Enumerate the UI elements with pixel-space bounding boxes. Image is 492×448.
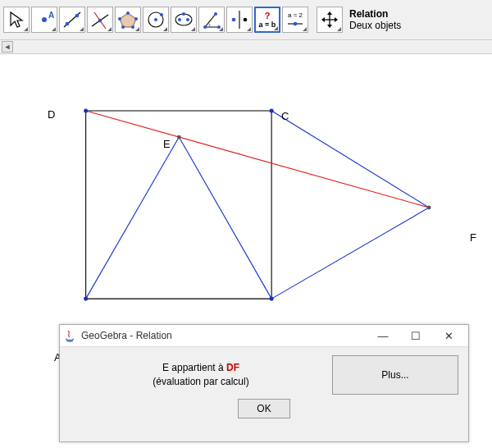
svg-point-7 [98, 19, 102, 23]
svg-point-21 [203, 25, 207, 29]
svg-point-20 [182, 12, 185, 16]
svg-marker-8 [120, 13, 136, 27]
svg-point-25 [232, 18, 236, 22]
java-icon [63, 329, 76, 342]
toolbar: A ?a = b a = 2 [0, 0, 492, 40]
svg-point-26 [244, 18, 248, 22]
point-E[interactable] [177, 135, 181, 139]
tool-perpendicular[interactable] [87, 7, 113, 33]
point-C[interactable] [270, 109, 274, 113]
point-D[interactable] [84, 109, 88, 113]
svg-point-0 [42, 17, 47, 22]
svg-point-3 [66, 22, 70, 26]
tool-move-view[interactable] [317, 7, 343, 33]
svg-point-4 [75, 14, 80, 18]
geometry-canvas[interactable]: ABCDEF [0, 54, 492, 317]
point-label-D: D [48, 108, 55, 121]
tool-angle[interactable] [198, 7, 225, 33]
svg-point-13 [118, 17, 121, 21]
tool-relation[interactable]: ?a = b [254, 7, 280, 33]
tool-circle[interactable] [143, 7, 169, 33]
maximize-button[interactable]: ☐ [399, 326, 432, 345]
point-A[interactable] [84, 297, 88, 301]
close-button[interactable]: ✕ [432, 326, 465, 345]
tool-point[interactable]: A [31, 7, 57, 33]
tool-reflect[interactable] [226, 7, 253, 33]
segment-DF[interactable] [86, 111, 430, 208]
msg-object: DF [226, 362, 239, 373]
msg-prefix: E appartient à [162, 362, 226, 373]
svg-point-12 [121, 25, 125, 29]
segment-BF[interactable] [271, 208, 429, 299]
point-label-F: F [470, 231, 476, 244]
tool-description: Relation Deux objets [349, 8, 401, 32]
tool-ellipse[interactable] [171, 7, 197, 33]
tool-slider[interactable]: a = 2 [282, 7, 308, 33]
point-label-E: E [163, 138, 171, 150]
svg-text:?: ? [265, 11, 271, 21]
msg-subline: (évaluation par calcul) [153, 376, 248, 387]
svg-point-19 [186, 18, 189, 21]
plus-button[interactable]: Plus... [332, 355, 458, 395]
svg-point-15 [154, 18, 157, 21]
tool-polygon[interactable] [115, 7, 141, 33]
segment-AE[interactable] [86, 137, 180, 299]
point-F[interactable] [427, 206, 431, 210]
tool-pointer[interactable] [3, 7, 30, 33]
svg-point-11 [131, 25, 134, 29]
dialog-titlebar[interactable]: GeoGebra - Relation — ☐ ✕ [60, 325, 468, 347]
point-label-C: C [281, 110, 289, 122]
svg-text:A: A [48, 11, 54, 20]
svg-point-10 [134, 17, 138, 21]
svg-point-23 [214, 12, 217, 16]
toolbar-scroll-left[interactable]: ◄ [2, 41, 13, 53]
svg-point-9 [126, 11, 130, 15]
dialog-title-text: GeoGebra - Relation [81, 330, 172, 341]
tool-line[interactable] [59, 7, 85, 33]
svg-point-18 [178, 18, 181, 21]
ok-button[interactable]: OK [238, 399, 289, 418]
minimize-button[interactable]: — [367, 326, 399, 345]
tool-subtitle: Deux objets [349, 20, 401, 31]
segment-CF[interactable] [271, 111, 429, 208]
toolbar-scroll-row: ◄ [0, 40, 492, 54]
dialog-message: E appartient à DF (évaluation par calcul… [70, 361, 332, 389]
svg-point-31 [294, 22, 298, 26]
tool-title: Relation [349, 8, 401, 20]
point-B[interactable] [270, 297, 274, 301]
svg-point-16 [160, 13, 163, 16]
segment-EB[interactable] [179, 137, 271, 299]
svg-text:a = 2: a = 2 [288, 11, 303, 19]
relation-dialog: GeoGebra - Relation — ☐ ✕ E appartient à… [59, 324, 469, 442]
